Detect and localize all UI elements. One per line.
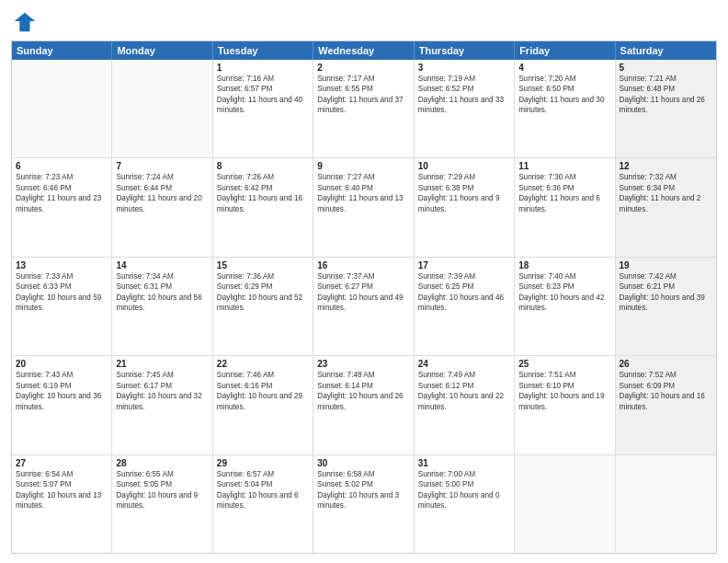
sunrise-text: Sunrise: 7:34 AM bbox=[116, 271, 208, 282]
sunrise-text: Sunrise: 7:27 AM bbox=[317, 172, 409, 182]
daylight-text: Daylight: 10 hours and 9 minutes. bbox=[116, 490, 208, 511]
day-number: 5 bbox=[620, 63, 712, 73]
day-number: 30 bbox=[317, 458, 409, 468]
daylight-text: Daylight: 10 hours and 19 minutes. bbox=[518, 391, 610, 412]
calendar-cell: 3Sunrise: 7:19 AMSunset: 6:52 PMDaylight… bbox=[415, 60, 515, 157]
daylight-text: Daylight: 10 hours and 22 minutes. bbox=[418, 391, 510, 412]
sunrise-text: Sunrise: 7:21 AM bbox=[620, 74, 712, 84]
daylight-text: Daylight: 11 hours and 26 minutes. bbox=[620, 95, 712, 116]
daylight-text: Daylight: 10 hours and 29 minutes. bbox=[217, 391, 309, 412]
logo bbox=[11, 9, 40, 35]
sunset-text: Sunset: 6:44 PM bbox=[116, 183, 208, 193]
sunrise-text: Sunrise: 7:00 AM bbox=[418, 469, 510, 479]
weekday-header: Thursday bbox=[415, 41, 515, 60]
calendar-cell: 5Sunrise: 7:21 AMSunset: 6:48 PMDaylight… bbox=[616, 60, 716, 157]
calendar-cell: 12Sunrise: 7:32 AMSunset: 6:34 PMDayligh… bbox=[616, 158, 716, 256]
calendar-cell: 15Sunrise: 7:36 AMSunset: 6:29 PMDayligh… bbox=[213, 258, 313, 355]
weekday-header: Sunday bbox=[12, 41, 112, 60]
sunset-text: Sunset: 6:57 PM bbox=[217, 84, 309, 94]
calendar-row: 13Sunrise: 7:33 AMSunset: 6:33 PMDayligh… bbox=[12, 258, 716, 356]
day-number: 17 bbox=[418, 260, 510, 270]
sunrise-text: Sunrise: 7:45 AM bbox=[116, 370, 208, 380]
calendar-cell: 27Sunrise: 6:54 AMSunset: 5:07 PMDayligh… bbox=[12, 455, 112, 553]
sunset-text: Sunset: 6:10 PM bbox=[518, 381, 610, 391]
day-number: 13 bbox=[16, 260, 108, 270]
calendar-cell: 10Sunrise: 7:29 AMSunset: 6:38 PMDayligh… bbox=[415, 158, 515, 256]
day-number: 4 bbox=[518, 63, 610, 73]
sunset-text: Sunset: 6:29 PM bbox=[217, 282, 309, 292]
sunset-text: Sunset: 6:14 PM bbox=[317, 381, 409, 391]
calendar-cell: 17Sunrise: 7:39 AMSunset: 6:25 PMDayligh… bbox=[415, 258, 515, 355]
sunset-text: Sunset: 6:42 PM bbox=[217, 183, 309, 193]
sunset-text: Sunset: 6:34 PM bbox=[620, 183, 712, 193]
sunset-text: Sunset: 6:12 PM bbox=[418, 381, 510, 391]
calendar-row: 27Sunrise: 6:54 AMSunset: 5:07 PMDayligh… bbox=[12, 455, 716, 553]
sunrise-text: Sunrise: 7:36 AM bbox=[217, 271, 309, 282]
sunrise-text: Sunrise: 7:30 AM bbox=[518, 172, 610, 182]
sunrise-text: Sunrise: 7:40 AM bbox=[518, 271, 610, 282]
sunset-text: Sunset: 6:19 PM bbox=[16, 381, 108, 391]
calendar-cell: 7Sunrise: 7:24 AMSunset: 6:44 PMDaylight… bbox=[112, 158, 212, 256]
day-number: 31 bbox=[418, 458, 510, 468]
sunrise-text: Sunrise: 7:24 AM bbox=[116, 172, 208, 182]
day-number: 18 bbox=[518, 260, 610, 270]
sunrise-text: Sunrise: 7:39 AM bbox=[418, 271, 510, 282]
sunset-text: Sunset: 6:27 PM bbox=[317, 282, 409, 292]
sunset-text: Sunset: 6:09 PM bbox=[620, 381, 712, 391]
sunset-text: Sunset: 6:38 PM bbox=[418, 183, 510, 193]
daylight-text: Daylight: 10 hours and 6 minutes. bbox=[217, 490, 309, 511]
sunrise-text: Sunrise: 7:20 AM bbox=[518, 74, 610, 84]
sunset-text: Sunset: 6:25 PM bbox=[418, 282, 510, 292]
sunset-text: Sunset: 6:16 PM bbox=[217, 381, 309, 391]
sunset-text: Sunset: 6:31 PM bbox=[116, 282, 208, 292]
calendar-cell: 25Sunrise: 7:51 AMSunset: 6:10 PMDayligh… bbox=[515, 356, 615, 454]
sunrise-text: Sunrise: 7:48 AM bbox=[317, 370, 409, 380]
calendar: SundayMondayTuesdayWednesdayThursdayFrid… bbox=[11, 40, 717, 554]
calendar-cell: 2Sunrise: 7:17 AMSunset: 6:55 PMDaylight… bbox=[313, 60, 414, 157]
day-number: 16 bbox=[317, 260, 409, 270]
calendar-cell bbox=[616, 455, 716, 553]
weekday-header: Saturday bbox=[616, 41, 716, 60]
sunrise-text: Sunrise: 7:23 AM bbox=[16, 172, 108, 182]
sunrise-text: Sunrise: 6:55 AM bbox=[116, 469, 208, 479]
daylight-text: Daylight: 11 hours and 20 minutes. bbox=[116, 193, 208, 214]
sunrise-text: Sunrise: 7:51 AM bbox=[518, 370, 610, 380]
calendar-cell: 18Sunrise: 7:40 AMSunset: 6:23 PMDayligh… bbox=[515, 258, 615, 355]
sunrise-text: Sunrise: 7:46 AM bbox=[217, 370, 309, 380]
calendar-cell: 11Sunrise: 7:30 AMSunset: 6:36 PMDayligh… bbox=[515, 158, 615, 256]
sunset-text: Sunset: 6:33 PM bbox=[16, 282, 108, 292]
sunrise-text: Sunrise: 7:26 AM bbox=[217, 172, 309, 182]
calendar-cell: 4Sunrise: 7:20 AMSunset: 6:50 PMDaylight… bbox=[515, 60, 615, 157]
day-number: 25 bbox=[518, 359, 610, 369]
calendar-cell bbox=[112, 60, 212, 157]
sunset-text: Sunset: 6:46 PM bbox=[16, 183, 108, 193]
day-number: 26 bbox=[620, 359, 712, 369]
calendar-cell: 6Sunrise: 7:23 AMSunset: 6:46 PMDaylight… bbox=[12, 158, 112, 256]
day-number: 7 bbox=[116, 161, 208, 171]
sunrise-text: Sunrise: 7:33 AM bbox=[16, 271, 108, 282]
day-number: 21 bbox=[116, 359, 208, 369]
day-number: 1 bbox=[217, 63, 309, 73]
sunset-text: Sunset: 5:07 PM bbox=[16, 479, 108, 489]
weekday-header: Tuesday bbox=[213, 41, 313, 60]
day-number: 6 bbox=[16, 161, 108, 171]
sunset-text: Sunset: 5:04 PM bbox=[217, 479, 309, 489]
calendar-cell: 23Sunrise: 7:48 AMSunset: 6:14 PMDayligh… bbox=[313, 356, 414, 454]
weekday-header: Monday bbox=[112, 41, 212, 60]
calendar-cell: 1Sunrise: 7:16 AMSunset: 6:57 PMDaylight… bbox=[213, 60, 313, 157]
daylight-text: Daylight: 11 hours and 23 minutes. bbox=[16, 193, 108, 214]
day-number: 8 bbox=[217, 161, 309, 171]
daylight-text: Daylight: 11 hours and 33 minutes. bbox=[418, 95, 510, 116]
day-number: 23 bbox=[317, 359, 409, 369]
day-number: 15 bbox=[217, 260, 309, 270]
calendar-header: SundayMondayTuesdayWednesdayThursdayFrid… bbox=[12, 41, 716, 60]
daylight-text: Daylight: 11 hours and 2 minutes. bbox=[620, 193, 712, 214]
daylight-text: Daylight: 11 hours and 13 minutes. bbox=[317, 193, 409, 214]
calendar-cell: 20Sunrise: 7:43 AMSunset: 6:19 PMDayligh… bbox=[12, 356, 112, 454]
sunset-text: Sunset: 6:23 PM bbox=[518, 282, 610, 292]
weekday-header: Wednesday bbox=[313, 41, 414, 60]
daylight-text: Daylight: 10 hours and 46 minutes. bbox=[418, 293, 510, 314]
day-number: 10 bbox=[418, 161, 510, 171]
calendar-cell: 9Sunrise: 7:27 AMSunset: 6:40 PMDaylight… bbox=[313, 158, 414, 256]
calendar-cell bbox=[515, 455, 615, 553]
